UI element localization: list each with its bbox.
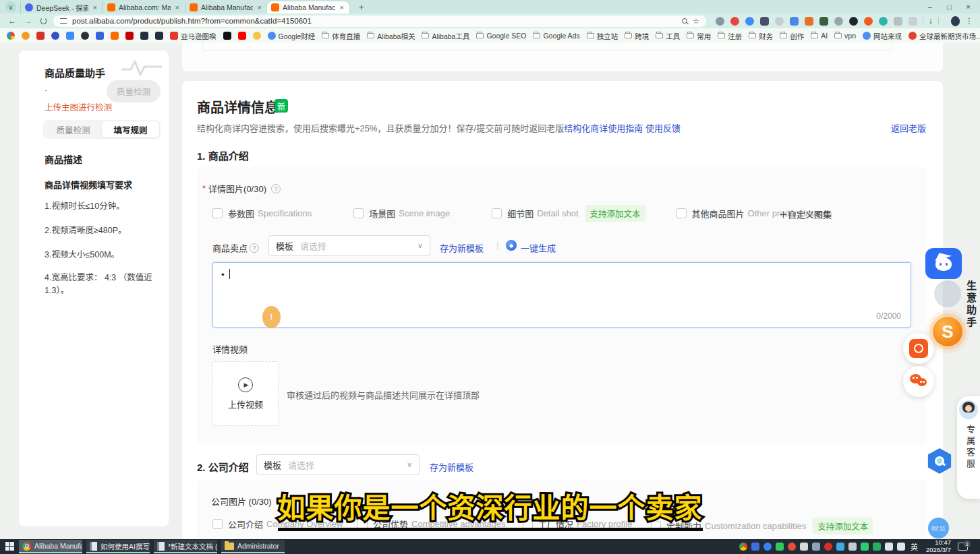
upload-video-button[interactable]: ▶ 上传视频 bbox=[212, 361, 279, 426]
tab-alibaba-direct-1[interactable]: Alibaba Manufacturer Direct... × bbox=[185, 1, 267, 13]
tab-quality-check[interactable]: 质量检测 bbox=[45, 121, 102, 137]
back-to-old-link[interactable]: 返回老版 bbox=[891, 121, 926, 134]
extension-icon[interactable] bbox=[864, 17, 873, 26]
bookmark-favicon[interactable] bbox=[7, 32, 15, 40]
zoom-icon[interactable] bbox=[682, 18, 687, 24]
extension-icon[interactable] bbox=[834, 17, 843, 26]
notification-center-icon[interactable]: 1 bbox=[958, 543, 968, 551]
save-template-link[interactable]: 存为新模板 bbox=[440, 241, 484, 254]
bookmark-folder[interactable]: 跨境 bbox=[625, 31, 649, 41]
bookmark-folder[interactable]: 工具 bbox=[656, 31, 680, 41]
extension-icon[interactable] bbox=[819, 17, 828, 26]
bookmark-folder[interactable]: AI bbox=[811, 32, 828, 40]
bookmark-favicon[interactable] bbox=[22, 32, 30, 40]
tray-icon[interactable] bbox=[836, 543, 844, 551]
one-click-generate-link[interactable]: 一键生成 bbox=[521, 241, 556, 254]
skype-icon[interactable]: S bbox=[933, 317, 962, 346]
taskbar-notepad-2[interactable]: *新建文本文档 (2).t... bbox=[154, 540, 217, 553]
tray-icon[interactable] bbox=[897, 543, 905, 551]
bookmark-star-icon[interactable]: ☆ bbox=[693, 17, 699, 26]
extension-icon[interactable] bbox=[879, 17, 888, 26]
extension-icon[interactable] bbox=[805, 17, 813, 26]
tray-icon[interactable] bbox=[739, 543, 747, 551]
bookmark-folder[interactable]: Google Ads bbox=[533, 32, 579, 40]
bookmark-favicon[interactable] bbox=[253, 32, 261, 40]
taskbar-folder[interactable]: Administrator bbox=[221, 540, 285, 553]
bookmark-folder[interactable]: 常用 bbox=[687, 31, 711, 41]
checkbox-company-overview[interactable] bbox=[212, 519, 223, 529]
extension-icon[interactable] bbox=[745, 17, 754, 26]
extension-icon[interactable] bbox=[730, 17, 739, 26]
template-select[interactable]: 模板 请选择 ∨ bbox=[268, 235, 430, 256]
extension-icon[interactable] bbox=[775, 17, 784, 26]
tray-icon[interactable] bbox=[824, 543, 832, 551]
tray-icon[interactable] bbox=[788, 543, 796, 551]
extension-icon[interactable] bbox=[849, 17, 858, 26]
tray-icon[interactable] bbox=[848, 543, 857, 551]
customer-service-widget[interactable]: 专属客服 bbox=[957, 396, 980, 499]
bookmark-site[interactable]: 网站来现 bbox=[863, 31, 902, 41]
address-bar[interactable]: post.alibaba.com/product/publish.htm?fro… bbox=[53, 16, 706, 27]
tab-search-icon[interactable]: ∨ bbox=[5, 1, 16, 12]
tray-icon[interactable] bbox=[861, 543, 869, 551]
tray-icon[interactable] bbox=[776, 543, 784, 551]
tab-alibaba-direct-active[interactable]: Alibaba Manufacturer Direct... × bbox=[267, 1, 349, 13]
ai-generate-icon[interactable]: ◆ bbox=[506, 240, 517, 251]
custom-gallery-button[interactable]: ＋自定义图集 bbox=[779, 208, 832, 220]
company-template-select[interactable]: 模板 请选择 ∨ bbox=[256, 454, 420, 475]
help-icon[interactable]: ? bbox=[250, 243, 259, 253]
restore-button[interactable]: □ bbox=[947, 3, 952, 11]
bookmark-favicon[interactable] bbox=[81, 32, 89, 40]
window-close-button[interactable]: × bbox=[967, 3, 971, 11]
upload-main-image-link[interactable]: 上传主图进行检测 bbox=[45, 100, 112, 113]
back-icon[interactable]: ← bbox=[8, 16, 16, 26]
new-tab-button[interactable]: + bbox=[355, 2, 368, 12]
url-text[interactable]: post.alibaba.com/product/publish.htm?fro… bbox=[72, 17, 676, 25]
bookmark-google-finance[interactable]: Google财经 bbox=[268, 31, 316, 41]
extension-icon[interactable] bbox=[760, 17, 769, 26]
reload-icon[interactable] bbox=[40, 18, 47, 24]
minimize-button[interactable]: – bbox=[928, 3, 932, 11]
bookmark-favicon[interactable] bbox=[96, 32, 104, 40]
tab-deepseek[interactable]: DeepSeek - 探索未至之境 × bbox=[20, 1, 103, 13]
close-icon[interactable]: × bbox=[174, 3, 181, 11]
ime-indicator[interactable]: 英 bbox=[911, 541, 918, 552]
bookmark-favicon[interactable] bbox=[238, 32, 246, 40]
laijie-chat-icon[interactable] bbox=[903, 333, 934, 364]
bookmark-site[interactable]: 全球最新期货市场... bbox=[909, 31, 980, 41]
bookmark-favicon[interactable] bbox=[111, 32, 119, 40]
quality-check-button[interactable]: 质量检测 bbox=[107, 80, 161, 102]
bookmark-favicon[interactable] bbox=[140, 32, 148, 40]
feedback-link[interactable]: 使用反馈 bbox=[645, 123, 681, 133]
extension-icon[interactable] bbox=[894, 17, 902, 26]
taskbar-chrome[interactable]: Alibaba Manufact... bbox=[19, 540, 82, 553]
tray-icon[interactable] bbox=[885, 543, 893, 551]
tray-icon[interactable] bbox=[763, 543, 772, 551]
tray-icon[interactable] bbox=[873, 543, 881, 551]
bookmark-folder[interactable]: 独立站 bbox=[587, 31, 618, 41]
checkbox-other-images[interactable] bbox=[676, 208, 687, 218]
checkbox-scene-image[interactable] bbox=[353, 208, 364, 218]
bookmark-favicon[interactable] bbox=[223, 32, 231, 40]
download-icon[interactable]: ↓ bbox=[929, 16, 933, 26]
save-company-template-link[interactable]: 存为新模板 bbox=[430, 460, 473, 473]
tray-icon[interactable] bbox=[800, 543, 808, 551]
bookmark-favicon[interactable] bbox=[66, 32, 74, 40]
close-icon[interactable]: × bbox=[256, 3, 263, 11]
help-icon[interactable]: ? bbox=[271, 184, 281, 193]
business-assistant-button[interactable] bbox=[925, 248, 962, 279]
close-icon[interactable]: × bbox=[339, 3, 345, 11]
browser-menu-icon[interactable]: ⋮ bbox=[965, 16, 973, 26]
profile-avatar[interactable] bbox=[951, 16, 960, 26]
bookmark-folder[interactable]: Google SEO bbox=[476, 32, 526, 40]
wechat-icon[interactable] bbox=[903, 366, 934, 397]
tray-icon[interactable] bbox=[751, 543, 759, 551]
extension-icon[interactable] bbox=[909, 17, 917, 26]
bookmark-folder[interactable]: 体育直播 bbox=[322, 31, 360, 41]
bookmark-favicon[interactable] bbox=[125, 32, 134, 40]
tray-icon[interactable] bbox=[812, 543, 820, 551]
bookmark-favicon[interactable] bbox=[36, 32, 45, 40]
tab-alibaba-manufacturers[interactable]: Alibaba.com: Manufacturers... × bbox=[103, 1, 185, 13]
guide-link[interactable]: 结构化商详使用指南 bbox=[564, 123, 643, 133]
bookmark-favicon[interactable] bbox=[155, 32, 163, 40]
